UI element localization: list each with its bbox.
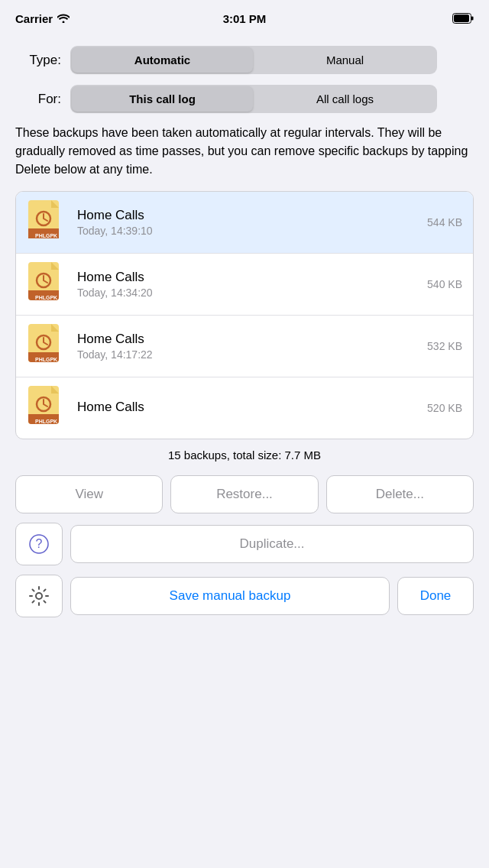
for-control-row: For: This call log All call logs bbox=[15, 85, 474, 113]
backup-summary: 15 backups, total size: 7.7 MB bbox=[15, 449, 474, 462]
backup-item[interactable]: PHLGPK Home Calls Today, 14:17:22 532 KB bbox=[16, 316, 473, 377]
svg-rect-2 bbox=[471, 17, 474, 21]
main-content: Type: Automatic Manual For: This call lo… bbox=[0, 34, 489, 630]
file-icon: PHLGPK bbox=[27, 323, 66, 369]
status-bar-right bbox=[452, 13, 474, 24]
backup-date: Today, 14:17:22 bbox=[77, 348, 421, 361]
battery-icon bbox=[452, 13, 474, 24]
for-all-calllogs-btn[interactable]: All call logs bbox=[254, 86, 436, 112]
view-button[interactable]: View bbox=[15, 475, 163, 513]
save-manual-backup-button[interactable]: Save manual backup bbox=[70, 577, 390, 615]
backup-info: Home Calls Today, 14:17:22 bbox=[77, 332, 421, 361]
backup-info: Home Calls Today, 14:34:20 bbox=[77, 270, 421, 299]
for-segmented-control: This call log All call logs bbox=[70, 85, 437, 113]
status-bar: Carrier 3:01 PM bbox=[0, 0, 489, 34]
action-btn-row: View Restore... Delete... bbox=[15, 475, 474, 513]
svg-rect-1 bbox=[454, 15, 469, 22]
backup-size: 544 KB bbox=[427, 216, 462, 228]
description-text: These backups have been taken automatica… bbox=[15, 124, 474, 179]
svg-text:?: ? bbox=[36, 537, 43, 550]
for-label: For: bbox=[15, 92, 61, 107]
type-control-row: Type: Automatic Manual bbox=[15, 46, 474, 74]
carrier-label: Carrier bbox=[15, 12, 70, 25]
type-automatic-btn[interactable]: Automatic bbox=[72, 47, 253, 73]
backup-list: PHLGPK Home Calls Today, 14:39:10 544 KB bbox=[15, 191, 474, 439]
backup-name: Home Calls bbox=[77, 208, 421, 223]
backup-item[interactable]: PHLGPK Home Calls Today, 14:34:20 540 KB bbox=[16, 254, 473, 316]
wifi-icon bbox=[57, 14, 70, 23]
type-label: Type: bbox=[15, 53, 61, 68]
backup-date: Today, 14:39:10 bbox=[77, 225, 421, 237]
svg-text:PHLGPK: PHLGPK bbox=[35, 233, 57, 238]
carrier-text: Carrier bbox=[15, 12, 53, 25]
backup-size: 520 KB bbox=[427, 402, 462, 414]
svg-text:PHLGPK: PHLGPK bbox=[35, 357, 57, 362]
done-button[interactable]: Done bbox=[397, 577, 474, 615]
duplicate-button[interactable]: Duplicate... bbox=[70, 525, 474, 563]
backup-name: Home Calls bbox=[77, 400, 421, 415]
svg-text:PHLGPK: PHLGPK bbox=[35, 419, 57, 424]
question-icon: ? bbox=[28, 533, 50, 555]
restore-button[interactable]: Restore... bbox=[170, 475, 318, 513]
time-label: 3:01 PM bbox=[223, 12, 267, 25]
backup-item[interactable]: PHLGPK Home Calls 520 KB bbox=[16, 377, 473, 439]
backup-info: Home Calls Today, 14:39:10 bbox=[77, 208, 421, 237]
backup-name: Home Calls bbox=[77, 332, 421, 347]
file-icon: PHLGPK bbox=[27, 261, 66, 307]
type-segmented-control: Automatic Manual bbox=[70, 46, 437, 74]
bottom-btn-row: Save manual backup Done bbox=[15, 575, 474, 617]
for-this-calllog-btn[interactable]: This call log bbox=[72, 86, 253, 112]
file-icon: PHLGPK bbox=[27, 385, 66, 431]
backup-info: Home Calls bbox=[77, 400, 421, 416]
gear-icon bbox=[28, 585, 50, 607]
backup-date: Today, 14:34:20 bbox=[77, 287, 421, 299]
settings-button[interactable] bbox=[15, 575, 63, 617]
backup-name: Home Calls bbox=[77, 270, 421, 285]
backup-size: 540 KB bbox=[427, 278, 462, 290]
backup-size: 532 KB bbox=[427, 340, 462, 352]
duplicate-row: ? Duplicate... bbox=[15, 523, 474, 565]
svg-point-26 bbox=[36, 593, 42, 599]
help-button[interactable]: ? bbox=[15, 523, 63, 565]
delete-button[interactable]: Delete... bbox=[326, 475, 474, 513]
type-manual-btn[interactable]: Manual bbox=[254, 47, 436, 73]
backup-item[interactable]: PHLGPK Home Calls Today, 14:39:10 544 KB bbox=[16, 192, 473, 254]
file-icon: PHLGPK bbox=[27, 199, 66, 245]
svg-text:PHLGPK: PHLGPK bbox=[35, 295, 57, 300]
